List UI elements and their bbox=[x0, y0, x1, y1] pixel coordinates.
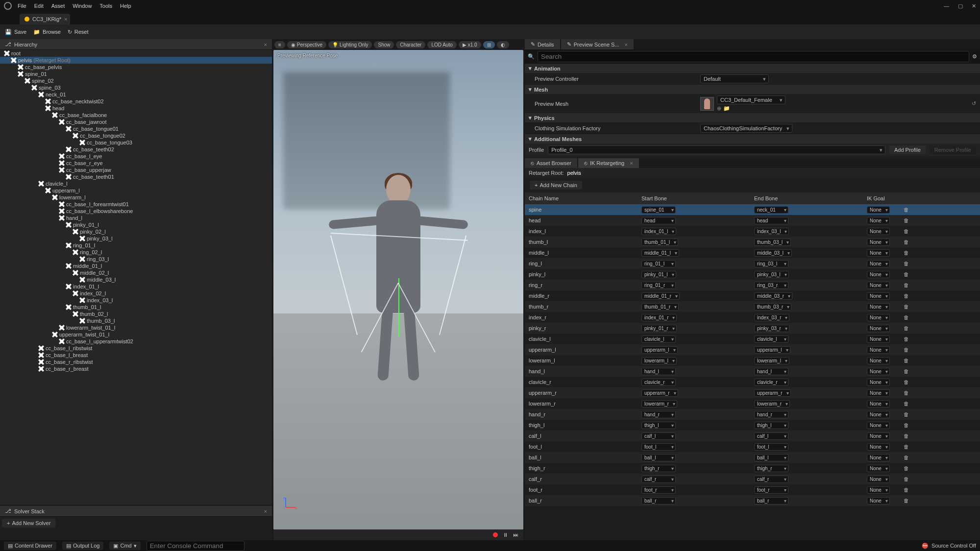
use-selected-icon[interactable]: ⊕ bbox=[717, 105, 721, 112]
end-bone-dropdown[interactable]: pinky_03_r bbox=[754, 325, 789, 332]
ik-goal-dropdown[interactable]: None bbox=[867, 476, 890, 483]
chain-row-spine[interactable]: spinespine_01neck_01None🗑 bbox=[525, 204, 980, 215]
viewport-canvas[interactable]: Previewing Reference Pose xz bbox=[273, 50, 523, 529]
tab-close-icon[interactable]: × bbox=[630, 160, 633, 166]
chain-row-thigh_l[interactable]: thigh_lthigh_lthigh_lNone🗑 bbox=[525, 420, 980, 431]
delete-chain-icon[interactable]: 🗑 bbox=[904, 207, 909, 213]
chain-row-index_r[interactable]: index_rindex_01_rindex_03_rNone🗑 bbox=[525, 312, 980, 323]
bone-neck_01[interactable]: neck_01 bbox=[0, 91, 272, 98]
bone-pinky_02_l[interactable]: pinky_02_l bbox=[0, 228, 272, 235]
end-bone-dropdown[interactable]: foot_l bbox=[754, 443, 788, 451]
start-bone-dropdown[interactable]: calf_r bbox=[641, 476, 676, 483]
bone-cc_base_l_upperarmtwist02[interactable]: cc_base_l_upperarmtwist02 bbox=[0, 338, 272, 345]
end-bone-dropdown[interactable]: thumb_03_r bbox=[754, 303, 791, 311]
delete-chain-icon[interactable]: 🗑 bbox=[904, 433, 909, 439]
end-bone-dropdown[interactable]: lowerarm_r bbox=[754, 400, 790, 407]
end-bone-dropdown[interactable]: clavicle_r bbox=[754, 379, 788, 386]
start-bone-dropdown[interactable]: middle_01_r bbox=[641, 292, 680, 300]
delete-chain-icon[interactable]: 🗑 bbox=[904, 271, 909, 277]
bone-spine_03[interactable]: spine_03 bbox=[0, 84, 272, 91]
bone-hand_l[interactable]: hand_l bbox=[0, 215, 272, 221]
ik-goal-dropdown[interactable]: None bbox=[867, 282, 890, 289]
end-bone-dropdown[interactable]: middle_03_r bbox=[754, 292, 792, 300]
end-bone-dropdown[interactable]: middle_03_l bbox=[754, 249, 792, 257]
ik-goal-dropdown[interactable]: None bbox=[867, 443, 890, 451]
add-chain-button[interactable]: + Add New Chain bbox=[530, 181, 582, 190]
bone-clavicle_l[interactable]: clavicle_l bbox=[0, 180, 272, 187]
col-chain-name[interactable]: Chain Name bbox=[525, 194, 637, 202]
menu-tools[interactable]: Tools bbox=[99, 3, 112, 9]
animation-section-header[interactable]: ▾ Animation bbox=[525, 64, 980, 73]
ik-goal-dropdown[interactable]: None bbox=[867, 303, 890, 311]
bone-index_01_l[interactable]: index_01_l bbox=[0, 283, 272, 290]
console-input[interactable] bbox=[147, 541, 245, 551]
bone-thumb_03_l[interactable]: thumb_03_l bbox=[0, 317, 272, 324]
delete-chain-icon[interactable]: 🗑 bbox=[904, 250, 909, 256]
chain-row-pinky_r[interactable]: pinky_rpinky_01_rpinky_03_rNone🗑 bbox=[525, 323, 980, 334]
chain-row-ball_l[interactable]: ball_lball_lball_lNone🗑 bbox=[525, 452, 980, 463]
bone-pelvis[interactable]: pelvis (Retarget Root) bbox=[0, 57, 272, 64]
lod-dropdown[interactable]: LOD Auto bbox=[427, 41, 456, 48]
delete-chain-icon[interactable]: 🗑 bbox=[904, 239, 909, 245]
delete-chain-icon[interactable]: 🗑 bbox=[904, 476, 909, 482]
delete-chain-icon[interactable]: 🗑 bbox=[904, 261, 909, 266]
chain-row-upperarm_r[interactable]: upperarm_rupperarm_rupperarm_rNone🗑 bbox=[525, 387, 980, 398]
viewport-menu-icon[interactable]: ≡ bbox=[274, 41, 285, 48]
col-end-bone[interactable]: End Bone bbox=[750, 194, 863, 202]
delete-chain-icon[interactable]: 🗑 bbox=[904, 422, 909, 428]
bone-cc_base_upperjaw[interactable]: cc_base_upperjaw bbox=[0, 167, 272, 173]
delete-chain-icon[interactable]: 🗑 bbox=[904, 498, 909, 503]
menu-edit[interactable]: Edit bbox=[34, 3, 44, 9]
browse-to-icon[interactable]: 📁 bbox=[723, 105, 730, 112]
start-bone-dropdown[interactable]: foot_r bbox=[641, 486, 676, 494]
start-bone-dropdown[interactable]: thigh_r bbox=[641, 465, 676, 472]
source-control-label[interactable]: Source Control Off bbox=[931, 543, 976, 549]
delete-chain-icon[interactable]: 🗑 bbox=[904, 368, 909, 374]
end-bone-dropdown[interactable]: index_03_r bbox=[754, 314, 789, 321]
bone-lowerarm_twist_01_l[interactable]: lowerarm_twist_01_l bbox=[0, 324, 272, 331]
bone-spine_01[interactable]: spine_01 bbox=[0, 71, 272, 77]
ik-goal-dropdown[interactable]: None bbox=[867, 292, 890, 300]
chain-row-foot_l[interactable]: foot_lfoot_lfoot_lNone🗑 bbox=[525, 441, 980, 452]
tab-close-icon[interactable]: × bbox=[64, 16, 67, 22]
ik-goal-dropdown[interactable]: None bbox=[867, 389, 890, 397]
viewport-settings-icon[interactable]: ◐ bbox=[497, 41, 509, 48]
close-icon[interactable]: ✕ bbox=[972, 3, 976, 9]
delete-chain-icon[interactable]: 🗑 bbox=[904, 314, 909, 320]
ik-goal-dropdown[interactable]: None bbox=[867, 271, 890, 278]
start-bone-dropdown[interactable]: thumb_01_l bbox=[641, 239, 678, 246]
content-drawer-button[interactable]: ▤ Content Drawer bbox=[4, 542, 56, 550]
start-bone-dropdown[interactable]: ball_l bbox=[641, 454, 676, 461]
start-bone-dropdown[interactable]: head bbox=[641, 217, 676, 224]
end-bone-dropdown[interactable]: head bbox=[754, 217, 788, 224]
delete-chain-icon[interactable]: 🗑 bbox=[904, 358, 909, 363]
start-bone-dropdown[interactable]: lowerarm_r bbox=[641, 400, 677, 407]
preview-mesh-dropdown[interactable]: CC3_Default_Female bbox=[717, 96, 785, 104]
end-bone-dropdown[interactable]: index_03_l bbox=[754, 228, 789, 235]
bone-cc_base_r_eye[interactable]: cc_base_r_eye bbox=[0, 160, 272, 167]
col-start-bone[interactable]: Start Bone bbox=[637, 194, 750, 202]
hierarchy-tab[interactable]: ⎇ Hierarchy × bbox=[0, 39, 272, 50]
bone-pinky_03_l[interactable]: pinky_03_l bbox=[0, 235, 272, 242]
preview-controller-dropdown[interactable]: Default bbox=[700, 74, 769, 83]
delete-chain-icon[interactable]: 🗑 bbox=[904, 293, 909, 299]
hierarchy-close-icon[interactable]: × bbox=[264, 42, 267, 48]
start-bone-dropdown[interactable]: calf_l bbox=[641, 432, 676, 440]
record-icon[interactable] bbox=[493, 532, 498, 537]
end-bone-dropdown[interactable]: calf_l bbox=[754, 432, 788, 440]
end-bone-dropdown[interactable]: upperarm_l bbox=[754, 346, 790, 354]
minimize-icon[interactable]: — bbox=[944, 3, 949, 9]
bone-index_02_l[interactable]: index_02_l bbox=[0, 290, 272, 297]
end-bone-dropdown[interactable]: thigh_r bbox=[754, 465, 788, 472]
bone-lowerarm_l[interactable]: lowerarm_l bbox=[0, 194, 272, 201]
chain-row-index_l[interactable]: index_lindex_01_lindex_03_lNone🗑 bbox=[525, 226, 980, 237]
chain-row-thumb_l[interactable]: thumb_lthumb_01_lthumb_03_lNone🗑 bbox=[525, 237, 980, 247]
bone-cc_base_tongue02[interactable]: cc_base_tongue02 bbox=[0, 132, 272, 139]
delete-chain-icon[interactable]: 🗑 bbox=[904, 304, 909, 310]
bone-cc_base_l_eye[interactable]: cc_base_l_eye bbox=[0, 153, 272, 160]
chain-row-hand_l[interactable]: hand_lhand_lhand_lNone🗑 bbox=[525, 366, 980, 377]
ik-goal-dropdown[interactable]: None bbox=[867, 497, 890, 504]
delete-chain-icon[interactable]: 🗑 bbox=[904, 282, 909, 288]
delete-chain-icon[interactable]: 🗑 bbox=[904, 444, 909, 450]
bone-pinky_01_l[interactable]: pinky_01_l bbox=[0, 221, 272, 228]
